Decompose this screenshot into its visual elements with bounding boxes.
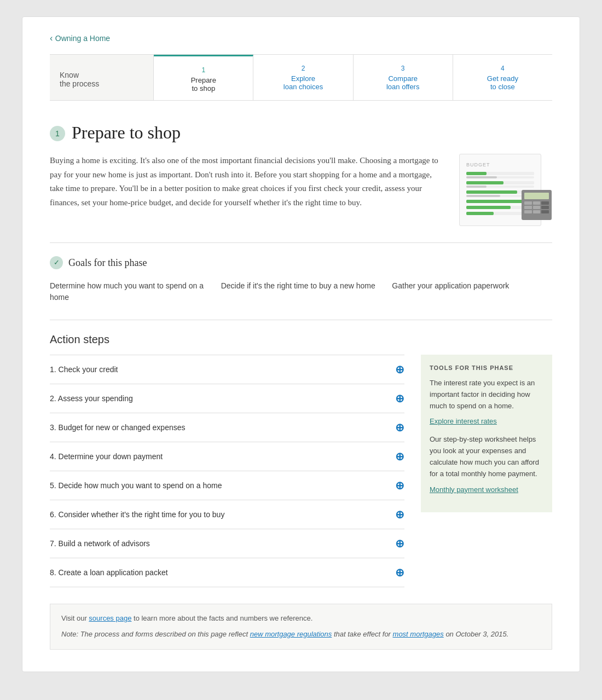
step-item-7[interactable]: 7. Build a network of advisors ⊕ [50,529,404,558]
goal-item-3: Gather your application paperwork [392,280,552,303]
explore-interest-rates-link[interactable]: Explore interest rates [430,417,543,425]
monthly-payment-worksheet-link[interactable]: Monthly payment worksheet [430,485,543,494]
footer-note: Visit our sources page to learn more abo… [50,604,552,650]
goals-grid: Determine how much you want to spend on … [50,280,552,303]
nav-step-number-3: 3 [359,65,447,72]
new-mortgage-regulations-link[interactable]: new mortgage regulations [250,630,332,638]
step-item-2-label: 2. Assess your spending [50,394,133,403]
budget-illustration: BUDGET [459,154,541,226]
step-item-5-label: 5. Decide how much you want to spend on … [50,481,222,490]
step-item-8-label: 8. Create a loan application packet [50,568,168,577]
step-item-6-label: 6. Consider whether it's the right time … [50,510,224,519]
phase-badge: 1 [50,126,65,141]
footer-line-2: Note: The process and forms described on… [61,629,541,640]
nav-item-prepare-label: Prepareto shop [191,76,216,92]
tools-heading: Tools for this phase [430,365,543,371]
budget-label: BUDGET [466,162,534,167]
step-item-4-label: 4. Determine your down payment [50,452,163,461]
sources-page-link[interactable]: sources page [89,614,131,622]
steps-tools-layout: 1. Check your credit ⊕ 2. Assess your sp… [50,355,552,587]
step-expand-2[interactable]: ⊕ [395,392,404,405]
step-item-7-label: 7. Build a network of advisors [50,539,150,548]
nav-item-know: Knowthe process [50,55,154,100]
divider-1 [50,242,552,243]
page-wrapper: Owning a Home Knowthe process 1 Preparet… [22,16,580,672]
breadcrumb[interactable]: Owning a Home [50,33,552,43]
nav-item-getready-label: Get readyto close [487,74,518,91]
content-area: Buying a home is exciting. It's also one… [50,154,552,226]
step-item-3[interactable]: 3. Budget for new or changed expenses ⊕ [50,413,404,442]
step-item-4[interactable]: 4. Determine your down payment ⊕ [50,442,404,471]
tools-text-2: Our step-by-step worksheet helps you loo… [430,434,543,479]
step-expand-8[interactable]: ⊕ [395,566,404,579]
nav-step-number-1: 1 [159,66,247,74]
step-item-1[interactable]: 1. Check your credit ⊕ [50,355,404,384]
goals-heading-wrapper: ✓ Goals for this phase [50,256,552,269]
most-mortgages-link[interactable]: most mortgages [393,630,444,638]
nav-step-number-4: 4 [459,65,547,72]
nav-item-know-label: Knowthe process [60,71,99,88]
phase-description: Buying a home is exciting. It's also one… [50,154,443,226]
action-steps-heading: Action steps [50,333,552,346]
step-item-1-label: 1. Check your credit [50,365,118,374]
step-item-3-label: 3. Budget for new or changed expenses [50,423,186,432]
calculator-icon [522,190,552,220]
step-item-5[interactable]: 5. Decide how much you want to spend on … [50,471,404,500]
budget-illustration-wrapper: BUDGET [459,154,552,226]
footer-pre-1: Visit our [61,614,89,622]
nav-item-compare-label: Compareloan offers [386,74,419,91]
steps-list: 1. Check your credit ⊕ 2. Assess your sp… [50,355,404,587]
nav-step-number-2: 2 [259,65,347,72]
divider-2 [50,320,552,320]
step-item-6[interactable]: 6. Consider whether it's the right time … [50,500,404,529]
tools-text-1: The interest rate you expect is an impor… [430,378,543,412]
nav-item-explore-label: Exploreloan choices [283,74,323,91]
nav-item-explore[interactable]: 2 Exploreloan choices [253,55,353,100]
tools-panel: Tools for this phase The interest rate y… [421,355,552,512]
step-expand-4[interactable]: ⊕ [395,450,404,463]
footer-post-2: on October 3, 2015. [444,630,509,638]
nav-item-getready[interactable]: 4 Get readyto close [453,55,552,100]
footer-pre-2: Note: The process and forms described on… [61,630,250,638]
step-expand-1[interactable]: ⊕ [395,363,404,376]
budget-row-2 [466,181,534,188]
footer-post-1: to learn more about the facts and number… [131,614,312,622]
footer-line-1: Visit our sources page to learn more abo… [61,613,541,624]
progress-nav: Knowthe process 1 Prepareto shop 2 Explo… [50,54,552,101]
footer-mid-2: that take effect for [332,630,392,638]
step-expand-6[interactable]: ⊕ [395,508,404,521]
goal-item-2: Decide if it's the right time to buy a n… [221,280,381,303]
check-icon: ✓ [50,256,63,269]
phase-title: Prepare to shop [72,123,181,143]
goal-item-1: Determine how much you want to spend on … [50,280,210,303]
budget-row-1 [466,172,534,178]
step-expand-5[interactable]: ⊕ [395,479,404,492]
step-expand-7[interactable]: ⊕ [395,537,404,550]
goals-heading: Goals for this phase [68,257,147,269]
phase-header: 1 Prepare to shop [50,123,552,143]
step-item-2[interactable]: 2. Assess your spending ⊕ [50,384,404,413]
action-steps-section: Action steps 1. Check your credit ⊕ 2. A… [50,333,552,587]
nav-item-prepare[interactable]: 1 Prepareto shop [154,55,253,100]
nav-item-compare[interactable]: 3 Compareloan offers [354,55,453,100]
step-item-8[interactable]: 8. Create a loan application packet ⊕ [50,558,404,587]
step-expand-3[interactable]: ⊕ [395,421,404,434]
